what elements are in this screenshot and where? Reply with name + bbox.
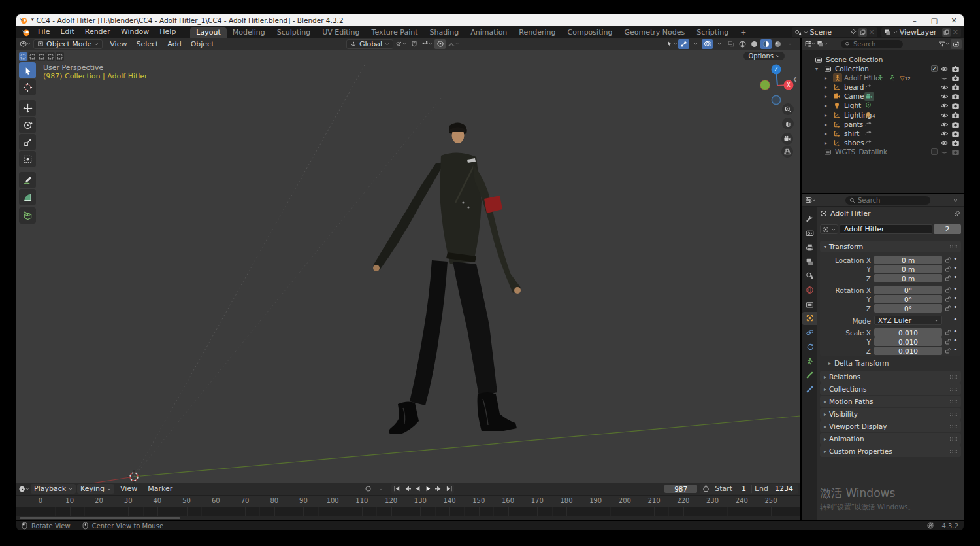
outliner-row-lighting[interactable]: ▸Lighting4 — [802, 111, 964, 120]
editor-type-icon[interactable] — [804, 39, 815, 49]
properties-tab-world[interactable] — [802, 284, 817, 297]
properties-search-input[interactable] — [858, 197, 920, 204]
transform-row-5-field[interactable]: 0° — [874, 304, 942, 313]
expand-icon[interactable]: ▸ — [825, 122, 827, 128]
blender-menu-icon[interactable] — [22, 28, 30, 37]
workspace-tab-geometry-nodes[interactable]: Geometry Nodes — [618, 27, 691, 38]
add-cube-tool[interactable] — [19, 207, 36, 224]
eye-icon[interactable] — [940, 111, 949, 120]
camera-icon[interactable] — [951, 65, 960, 73]
jump-to-start-button[interactable] — [391, 484, 402, 494]
falloff-curve-icon[interactable] — [448, 39, 459, 49]
new-scene-icon[interactable] — [858, 28, 867, 37]
transform-tool[interactable] — [19, 151, 36, 167]
workspace-tab-layout[interactable]: Layout — [190, 27, 226, 38]
cursor-tool[interactable] — [19, 79, 36, 95]
viewport-menu-object[interactable]: Object — [186, 40, 219, 48]
shading-material-icon[interactable] — [760, 39, 772, 49]
lock-icon[interactable] — [944, 256, 951, 264]
properties-tab-output[interactable] — [802, 241, 817, 254]
scale-row-2-field[interactable]: 0.010 — [874, 347, 942, 355]
workspace-tab-rendering[interactable]: Rendering — [513, 27, 561, 38]
panel-grip-icon[interactable] — [949, 437, 957, 441]
expand-icon[interactable]: ▸ — [825, 103, 827, 109]
maximize-button[interactable]: ▢ — [924, 16, 944, 25]
editor-type-icon[interactable] — [20, 39, 31, 49]
menu-window[interactable]: Window — [116, 26, 154, 38]
outliner-search[interactable] — [841, 40, 903, 48]
properties-tab-bone[interactable] — [802, 369, 817, 382]
timeline-menu-view[interactable]: View — [116, 485, 142, 493]
next-keyframe-button[interactable] — [433, 484, 444, 494]
camera-icon[interactable] — [951, 74, 960, 82]
transform-row-3-field[interactable]: 0° — [874, 286, 942, 294]
expand-icon[interactable]: ▸ — [825, 94, 827, 99]
timeline-lane[interactable] — [16, 507, 800, 516]
transform-row-4-field[interactable]: 0° — [874, 295, 942, 303]
menu-file[interactable]: File — [33, 26, 55, 38]
filter-icon[interactable] — [938, 39, 949, 49]
outliner-item-label[interactable]: beard — [844, 83, 864, 91]
workspace-tab-scripting[interactable]: Scripting — [691, 27, 734, 38]
camera-icon[interactable] — [951, 92, 960, 101]
outliner-item-label[interactable]: shirt — [844, 129, 859, 137]
play-reverse-button[interactable] — [412, 484, 423, 494]
stopwatch-icon[interactable] — [702, 485, 710, 492]
panel-relations[interactable]: ▸Relations — [820, 371, 961, 383]
animate-dot[interactable]: • — [953, 327, 958, 335]
rotation-mode-dropdown[interactable]: XYZ Euler — [874, 316, 942, 325]
snap-pivot-icon[interactable] — [395, 39, 406, 49]
transform-orientation-dropdown[interactable]: Global — [346, 39, 393, 49]
camera-dim-icon[interactable] — [951, 148, 960, 156]
panel-grip-icon[interactable] — [949, 412, 957, 417]
outliner-row-adolf-hitler[interactable]: ▸Adolf Hitler▽12 — [802, 73, 964, 82]
camera-view-button[interactable] — [781, 133, 793, 145]
select-mode-extend-icon[interactable] — [28, 52, 37, 61]
animate-dot[interactable]: • — [953, 336, 958, 345]
workspace-tab-compositing[interactable]: Compositing — [562, 27, 619, 38]
expand-icon[interactable]: ▸ — [825, 112, 827, 118]
panel-grip-icon[interactable] — [949, 449, 957, 454]
camera-icon[interactable] — [951, 120, 960, 129]
workspace-tab-sculpting[interactable]: Sculpting — [271, 27, 316, 38]
outliner-row-camera[interactable]: ▸Camera — [802, 92, 964, 101]
eye-closed-dim-icon[interactable] — [940, 148, 949, 156]
properties-tab-constraints[interactable] — [802, 340, 817, 353]
object-id-icon[interactable] — [820, 224, 838, 234]
workspace-tab-modeling[interactable]: Modeling — [227, 27, 271, 38]
collapse-icon[interactable]: ▾ — [815, 66, 818, 72]
properties-search[interactable] — [845, 196, 930, 205]
properties-options-icon[interactable] — [950, 196, 961, 205]
mode-dropdown[interactable]: Object Mode — [33, 39, 103, 49]
camera-icon[interactable] — [951, 111, 960, 120]
properties-tab-collection[interactable] — [802, 298, 817, 311]
panel-viewport-display[interactable]: ▸Viewport Display — [820, 420, 961, 432]
transform-row-1-field[interactable]: 0 m — [874, 265, 942, 273]
properties-tab-object[interactable] — [802, 312, 817, 325]
lock-icon[interactable] — [944, 329, 951, 336]
eye-icon[interactable] — [940, 139, 949, 147]
panel-visibility[interactable]: ▸Visibility — [820, 408, 961, 420]
outliner-item-label[interactable]: Collection — [835, 65, 869, 73]
outliner-row-light[interactable]: ▸Light — [802, 101, 964, 110]
outliner-row-shoes[interactable]: ▸shoes — [802, 138, 964, 147]
expand-icon[interactable]: ▸ — [825, 75, 827, 81]
animate-dot[interactable]: • — [953, 273, 958, 281]
select-mode-set-icon[interactable] — [19, 52, 27, 61]
eye-closed-icon[interactable] — [940, 74, 949, 82]
auto-keying-toggle[interactable] — [363, 484, 374, 494]
viewport-menu-add[interactable]: Add — [163, 40, 186, 48]
close-button[interactable]: ✕ — [944, 16, 964, 25]
animate-dot[interactable]: • — [953, 294, 958, 302]
pan-view-button[interactable] — [782, 118, 794, 129]
shading-dropdown-icon[interactable] — [784, 39, 795, 49]
zoom-view-button[interactable] — [782, 103, 794, 115]
outliner-item-label[interactable]: shoes — [844, 139, 864, 146]
viewport-3d[interactable]: Object Mode ViewSelectAddObject Global — [16, 38, 800, 483]
properties-tab-bone-constraint[interactable] — [802, 383, 817, 396]
pin-icon[interactable] — [850, 29, 857, 35]
select-box-tool[interactable] — [19, 62, 36, 78]
workspace-tab-uv-editing[interactable]: UV Editing — [316, 27, 365, 38]
lock-icon[interactable] — [944, 275, 951, 282]
display-mode-icon[interactable] — [817, 39, 828, 49]
